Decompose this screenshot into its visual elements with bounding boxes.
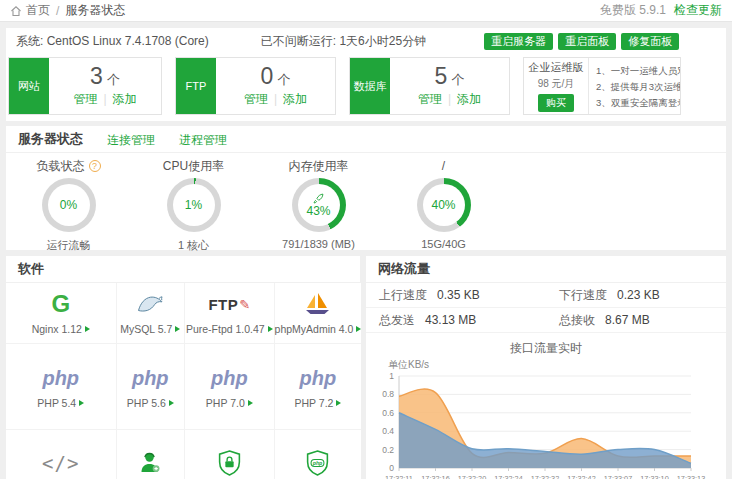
software-name: PHP 5.4 [37,397,84,409]
gauge-1: CPU使用率1%1 核心 [131,158,256,253]
buy-button[interactable]: 购买 [538,94,574,112]
gauges-row: 负载状态?0%运行流畅CPU使用率1%1 核心内存使用率43%791/1839 … [6,153,726,253]
add-link[interactable]: 添加 [283,92,307,106]
network-stat-0: 上行速度0.35 KB [366,283,546,308]
manage-link[interactable]: 管理 [73,92,97,106]
server-status-panel: 服务器状态 连接管理进程管理 负载状态?0%运行流畅CPU使用率1%1 核心内存… [6,126,726,250]
overview-panel: 系统: CentOS Linux 7.4.1708 (Core) 已不间断运行:… [6,28,726,121]
gauge-label: CPU使用率 [131,158,256,174]
home-icon [10,5,22,17]
gauge-value: 1% [185,198,202,212]
chart-unit-label: 单位KB/s [388,358,726,372]
network-stat-label: 总接收 [559,312,595,329]
gauge-2: 内存使用率43%791/1839 (MB) [256,158,381,253]
add-link[interactable]: 添加 [457,92,481,106]
software-item-2[interactable]: FTP✎Pure-Ftpd 1.0.47 [185,283,275,344]
gauge-subtext: 1 核心 [131,238,256,253]
svg-text:php: php [312,459,323,465]
server-status-title: 服务器状态 [18,130,83,148]
gauge-label: / [381,158,506,174]
stat-card-tag: FTP [176,58,216,114]
software-panel: 软件 GNginx 1.12MySQL 5.7FTP✎Pure-Ftpd 1.0… [6,256,360,479]
software-item-9[interactable]: 宝塔运维 1.0 [117,430,186,479]
system-button-2[interactable]: 修复面板 [621,33,679,50]
breadcrumb-home[interactable]: 首页 [10,2,50,19]
pureftpd-icon: FTP✎ [208,291,250,317]
server-status-links: 连接管理进程管理 [83,130,227,149]
check-update-link[interactable]: 检查更新 [674,2,722,19]
svg-text:0: 0 [389,463,394,473]
gauge-label: 内存使用率 [256,158,381,174]
running-icon [336,400,341,406]
network-panel: 网络流量 上行速度0.35 KB下行速度0.23 KB总发送43.13 MB总接… [366,256,726,479]
traffic-chart: 00.20.40.60.8117:32:1117:32:1617:32:2017… [369,372,723,479]
stat-card-0: 网站3个管理|添加 [8,57,162,115]
stat-card-tag: 数据库 [350,58,390,114]
breadcrumb-current: 服务器状态 [65,2,125,19]
enterprise-title: 企业运维版 [529,60,584,75]
software-name: Pure-Ftpd 1.0.47 [186,323,273,335]
code-icon: </> [42,450,79,476]
stat-card-2: 数据库5个管理|添加 [349,57,510,115]
software-name: PHP 5.6 [127,397,174,409]
software-header: 软件 [6,256,360,283]
software-item-1[interactable]: MySQL 5.7 [117,283,186,344]
status-link-1[interactable]: 进程管理 [179,133,227,147]
software-item-0[interactable]: GNginx 1.12 [6,283,117,344]
rocket-icon[interactable] [313,193,324,204]
status-link-0[interactable]: 连接管理 [107,133,155,147]
software-item-11[interactable]: phpPHP守护 1.2 [275,430,362,479]
running-icon [356,326,361,332]
network-title: 网络流量 [378,260,430,278]
running-icon [268,326,273,332]
ops-person-icon [138,450,163,476]
gauge-label: 负载状态? [6,158,131,174]
php-guard-icon: php [306,450,329,476]
software-item-4[interactable]: phpPHP 5.4 [6,344,117,430]
software-name: PHP 7.0 [206,397,253,409]
uptime-label: 已不间断运行: 1天6小时25分钟 [261,33,426,50]
software-name: PHP 7.2 [294,397,341,409]
software-item-3[interactable]: phpMyAdmin 4.0 [275,283,362,344]
software-name: phpMyAdmin 4.0 [275,323,362,335]
add-link[interactable]: 添加 [113,92,137,106]
overview-cards: 网站3个管理|添加FTP0个管理|添加数据库5个管理|添加企业运维版98 元/月… [8,57,726,115]
gauge-subtext: 运行流畅 [6,238,131,253]
software-item-10[interactable]: 宝塔安全登录 1.3 [185,430,275,479]
gauge-value: 40% [431,198,455,212]
svg-text:0.4: 0.4 [382,426,394,436]
running-icon [85,326,90,332]
enterprise-price: 98 元/月 [538,77,575,91]
software-item-6[interactable]: phpPHP 7.0 [185,344,275,430]
system-buttons: 重启服务器重启面板修复面板 [484,33,679,50]
software-item-7[interactable]: phpPHP 7.2 [275,344,362,430]
system-bar: 系统: CentOS Linux 7.4.1708 (Core) 已不间断运行:… [6,28,726,54]
software-item-8[interactable]: </>宝塔一键部署源码 1.1 [6,430,117,479]
server-status-header: 服务器状态 连接管理进程管理 [6,126,726,153]
gauge-donut: 0% [42,178,96,232]
version-label: 免费版 5.9.1 [600,2,666,19]
breadcrumb-separator: / [56,4,59,18]
network-stat-value: 8.67 MB [605,313,650,327]
software-grid: GNginx 1.12MySQL 5.7FTP✎Pure-Ftpd 1.0.47… [6,283,360,479]
system-button-1[interactable]: 重启面板 [558,33,616,50]
software-title: 软件 [18,260,44,278]
system-button-0[interactable]: 重启服务器 [484,33,553,50]
gauge-0: 负载状态?0%运行流畅 [6,158,131,253]
nginx-icon: G [51,291,70,317]
php-icon: php [211,365,248,391]
network-stat-3: 总接收8.67 MB [546,308,726,333]
gauge-donut: 43% [292,178,346,232]
network-stat-value: 0.23 KB [617,288,660,302]
gauge-value: 43% [306,204,330,218]
question-circle-icon[interactable]: ? [89,160,101,172]
manage-link[interactable]: 管理 [244,92,268,106]
software-item-5[interactable]: phpPHP 5.6 [117,344,186,430]
svg-text:17:33:10: 17:33:10 [640,474,668,479]
running-icon [248,400,253,406]
stat-card-tag: 网站 [9,58,49,114]
manage-link[interactable]: 管理 [418,92,442,106]
network-stats: 上行速度0.35 KB下行速度0.23 KB总发送43.13 MB总接收8.67… [366,283,726,333]
gauge-donut: 1% [167,178,221,232]
bt-panel-dashboard: 首页 / 服务器状态 免费版 5.9.1 检查更新 系统: CentOS Lin… [0,0,732,479]
